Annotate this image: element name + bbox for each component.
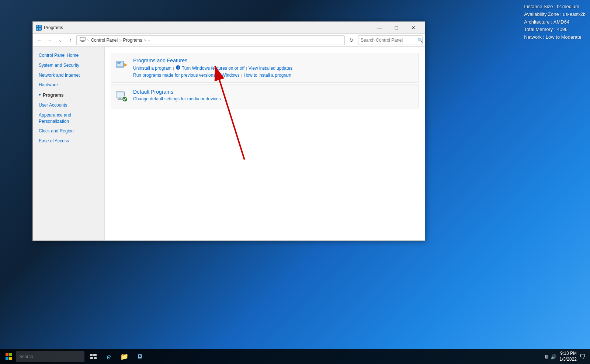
turn-windows-features-label: Turn Windows features on or off	[182, 66, 244, 71]
sidebar-label-hardware: Hardware	[39, 82, 58, 87]
main-panel: Programs and Features Uninstall a progra…	[105, 47, 425, 240]
bg-info-line5: Network : Low to Moderate	[524, 34, 586, 41]
date-display: 1/3/2022	[559, 357, 577, 363]
programs-features-links-row1: Uninstall a program | i Turn Windows fea…	[133, 65, 292, 71]
default-programs-content: Default Programs Change default settings…	[133, 89, 221, 101]
programs-features-title[interactable]: Programs and Features	[133, 58, 292, 63]
sidebar-label-system-security: System and Security	[39, 63, 79, 68]
how-to-install-link[interactable]: How to install a program	[244, 73, 291, 78]
svg-text:i: i	[178, 66, 179, 70]
svg-rect-3	[39, 28, 41, 30]
svg-rect-10	[118, 62, 121, 63]
programs-features-icon	[114, 58, 129, 72]
path-dropdown-arrow[interactable]: ⌄	[148, 38, 150, 42]
task-view-button[interactable]	[86, 349, 101, 364]
sidebar-item-ease-access[interactable]: Ease of Access	[33, 136, 104, 146]
bg-info-line1: Instance Size : t2.medium	[524, 3, 586, 11]
notification-icon[interactable]: 🗨	[580, 353, 586, 360]
svg-rect-5	[81, 41, 84, 42]
back-button[interactable]: ←	[35, 36, 44, 45]
bg-info-panel: Instance Size : t2.medium Availability Z…	[520, 0, 590, 44]
default-programs-links: Change default settings for media or dev…	[133, 96, 221, 101]
close-button[interactable]: ✕	[405, 22, 422, 34]
sidebar-item-appearance[interactable]: Appearance and Personalization	[33, 110, 104, 126]
start-button[interactable]	[1, 349, 16, 364]
minimize-button[interactable]: —	[371, 22, 388, 34]
taskbar-search-box[interactable]	[16, 351, 84, 362]
windows-features-icon: i	[176, 65, 181, 71]
programs-features-section: Programs and Features Uninstall a progra…	[111, 53, 419, 83]
app-icon-1[interactable]: 🖥	[132, 349, 147, 364]
svg-marker-9	[124, 63, 127, 66]
sidebar-item-hardware[interactable]: Hardware	[33, 80, 104, 90]
sidebar-label-ease-access: Ease of Access	[39, 138, 69, 143]
title-bar: Programs — □ ✕	[33, 22, 425, 34]
file-explorer-icon[interactable]: 📁	[117, 349, 132, 364]
sidebar-item-clock-region[interactable]: Clock and Region	[33, 126, 104, 136]
taskbar-icons: ℯ 📁 🖥	[86, 349, 147, 364]
path-programs[interactable]: Programs	[123, 38, 142, 43]
sidebar-item-system-security[interactable]: System and Security	[33, 60, 104, 70]
sidebar-label-clock-region: Clock and Region	[39, 128, 74, 134]
path-separator-3: >	[144, 38, 146, 42]
svg-rect-27	[93, 354, 97, 356]
search-input[interactable]	[361, 38, 416, 43]
sep1: |	[173, 66, 174, 70]
maximize-button[interactable]: □	[388, 22, 405, 34]
sidebar-label-network-internet: Network and Internet	[39, 73, 80, 78]
up-button[interactable]: ↑	[66, 36, 75, 45]
window-title: Programs	[44, 25, 371, 30]
default-programs-title[interactable]: Default Programs	[133, 89, 221, 95]
address-path[interactable]: > Control Panel > Programs > ⌄	[76, 35, 345, 45]
volume-icon: 🔊	[551, 354, 556, 360]
network-icon: 🖥	[544, 354, 549, 360]
content-area: Control Panel Home System and Security N…	[33, 47, 425, 240]
svg-rect-26	[90, 354, 93, 356]
sep3: |	[241, 73, 242, 77]
taskbar-clock: 9:13 PM 1/3/2022	[559, 351, 577, 362]
computer-icon	[80, 37, 86, 44]
turn-windows-features-link[interactable]: i Turn Windows features on or off	[176, 65, 244, 71]
edge-browser-icon[interactable]: ℯ	[101, 349, 116, 364]
change-default-settings-link[interactable]: Change default settings for media or dev…	[133, 96, 221, 101]
svg-rect-25	[9, 357, 12, 360]
sidebar-item-programs: • Programs	[33, 90, 104, 100]
sidebar-label-user-accounts: User Accounts	[39, 103, 67, 108]
default-programs-section: Default Programs Change default settings…	[111, 84, 419, 108]
sidebar-label-control-panel-home: Control Panel Home	[39, 53, 79, 58]
default-programs-icon	[114, 89, 129, 104]
address-bar: ← → ⌄ ↑ > Control Panel > Programs > ⌄ ↻…	[33, 34, 425, 47]
svg-rect-16	[118, 98, 121, 99]
taskbar-search-input[interactable]	[19, 354, 81, 359]
path-separator-1: >	[87, 38, 89, 42]
svg-rect-23	[9, 353, 12, 356]
svg-rect-6	[81, 42, 84, 42]
sidebar-item-control-panel-home[interactable]: Control Panel Home	[33, 51, 104, 60]
recent-locations-button[interactable]: ⌄	[56, 36, 65, 45]
programs-window: Programs — □ ✕ ← → ⌄ ↑ > Control Panel >…	[32, 21, 425, 241]
svg-rect-11	[118, 63, 121, 64]
svg-rect-28	[90, 357, 93, 359]
search-icon[interactable]: 🔍	[417, 38, 423, 43]
svg-rect-4	[80, 37, 85, 41]
sidebar-label-appearance: Appearance and Personalization	[39, 112, 71, 124]
sidebar-item-network-internet[interactable]: Network and Internet	[33, 70, 104, 80]
svg-rect-29	[94, 357, 97, 359]
svg-rect-1	[39, 25, 41, 27]
sidebar-item-user-accounts[interactable]: User Accounts	[33, 100, 104, 110]
path-control-panel[interactable]: Control Panel	[91, 38, 118, 43]
uninstall-program-link[interactable]: Uninstall a program	[133, 66, 171, 71]
search-box[interactable]: 🔍	[358, 35, 423, 45]
svg-rect-17	[118, 99, 122, 100]
run-programs-previous-link[interactable]: Run programs made for previous versions …	[133, 73, 240, 78]
svg-rect-22	[6, 353, 8, 356]
sep2: |	[246, 66, 247, 70]
taskbar-right: 🖥 🔊 9:13 PM 1/3/2022 🗨	[544, 351, 589, 362]
forward-button[interactable]: →	[45, 36, 54, 45]
bg-info-line4: Total Memory : 4096	[524, 26, 586, 34]
refresh-button[interactable]: ↻	[346, 35, 357, 45]
sidebar: Control Panel Home System and Security N…	[33, 47, 105, 240]
view-installed-updates-link[interactable]: View installed updates	[249, 66, 292, 71]
system-tray-icons: 🖥 🔊	[544, 354, 556, 360]
svg-rect-2	[37, 28, 38, 30]
